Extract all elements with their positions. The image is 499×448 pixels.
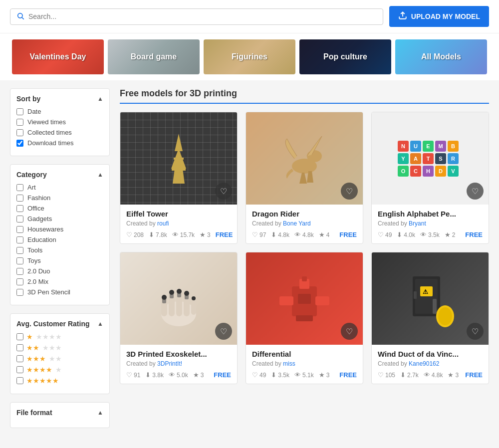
sort-collected[interactable]: Collected times xyxy=(16,129,103,136)
banner-allmodels[interactable]: All Models xyxy=(395,39,487,74)
sort-viewed[interactable]: Viewed times xyxy=(16,118,103,126)
cat-penstencil[interactable]: 3D Pen Stencil xyxy=(16,288,103,296)
hearts-count-windduct: 105 xyxy=(385,372,395,379)
rating-3star-checkbox[interactable] xyxy=(16,355,23,362)
svg-line-1 xyxy=(22,17,24,19)
heart-icon-eiffel: ♡ xyxy=(126,231,132,238)
banner-popculture[interactable]: Pop culture xyxy=(299,39,391,74)
rating-5star-checkbox[interactable] xyxy=(16,377,23,384)
eye-icon-differential: 👁 xyxy=(294,371,301,379)
rating-2star-checkbox[interactable] xyxy=(16,344,23,351)
model-card-windduct[interactable]: ⚠ ♡ Wind Duct of da Vinc... xyxy=(371,252,489,384)
cat-mix-label: 2.0 Mix xyxy=(27,278,48,285)
rating-3star[interactable]: ★★★ ★★ xyxy=(16,355,103,363)
model-info-dragon: Dragon Rider Created by Bone Yard ♡ 97 ⬇… xyxy=(246,205,363,243)
model-card-eiffel[interactable]: ♡ Eiffel Tower Created by roufi ♡ 208 ⬇ xyxy=(120,112,238,244)
sort-viewed-label: Viewed times xyxy=(27,118,66,126)
heart-btn-dragon[interactable]: ♡ xyxy=(341,183,358,200)
rating-1star-filled: ★ xyxy=(26,333,33,341)
rating-1star[interactable]: ★ ★★★★ xyxy=(16,333,103,341)
hearts-stat-differential: ♡ 49 xyxy=(252,371,266,379)
content-title: Free models for 3D printing xyxy=(120,88,489,104)
rating-2star[interactable]: ★★ ★★★ xyxy=(16,344,103,352)
svg-point-0 xyxy=(18,13,22,17)
banner-valentines[interactable]: Valentines Day xyxy=(12,39,104,74)
downloads-count-windduct: 2.7k xyxy=(407,372,419,379)
sort-download-checkbox[interactable] xyxy=(16,140,23,147)
rating-4star-checkbox[interactable] xyxy=(16,366,23,373)
rating-3star-filled: ★★★ xyxy=(26,355,46,363)
star-icon-differential: ★ xyxy=(319,371,325,379)
rating-header[interactable]: Avg. Customer Rating ▲ xyxy=(16,320,103,328)
cat-toys[interactable]: Toys xyxy=(16,257,103,264)
heart-btn-windduct[interactable]: ♡ xyxy=(467,323,484,340)
cat-tools[interactable]: Tools xyxy=(16,246,103,254)
hearts-stat-eiffel: ♡ 208 xyxy=(126,231,144,238)
banner-figurines[interactable]: Figurines xyxy=(204,39,295,74)
cat-toys-checkbox[interactable] xyxy=(16,257,23,264)
rating-3star-empty: ★★ xyxy=(49,355,62,363)
svg-rect-4 xyxy=(174,158,184,160)
cat-duo-checkbox[interactable] xyxy=(16,268,23,275)
upload-button[interactable]: UPLOAD MY MODEL xyxy=(389,6,489,27)
cat-mix-checkbox[interactable] xyxy=(16,278,23,285)
model-card-dragon[interactable]: ♡ Dragon Rider Created by Bone Yard ♡ 97… xyxy=(246,112,363,244)
sort-viewed-checkbox[interactable] xyxy=(16,119,23,126)
cat-housewares[interactable]: Housewares xyxy=(16,225,103,233)
heart-btn-differential[interactable]: ♡ xyxy=(341,323,358,340)
cat-education-checkbox[interactable] xyxy=(16,236,23,243)
banner-boardgame[interactable]: Board game xyxy=(108,39,200,74)
heart-icon-exoskel: ♡ xyxy=(126,371,132,379)
category-chevron: ▲ xyxy=(97,171,103,178)
heart-btn-eiffel[interactable]: ♡ xyxy=(215,183,232,200)
downloads-stat-differential: ⬇ 3.5k xyxy=(271,371,289,379)
model-stats-windduct: ♡ 105 ⬇ 2.7k 👁 4.8k ★ 3 xyxy=(378,371,483,379)
banner-allmodels-label: All Models xyxy=(421,52,461,61)
rating-5star[interactable]: ★★★★★ xyxy=(16,377,103,385)
cat-fashion[interactable]: Fashion xyxy=(16,194,103,202)
cat-education[interactable]: Education xyxy=(16,236,103,243)
cat-housewares-checkbox[interactable] xyxy=(16,226,23,233)
model-creator-differential: Created by miss xyxy=(252,360,357,367)
model-thumb-alphabet: N U E M B Y A T S R O C H xyxy=(372,112,489,205)
rating-section: Avg. Customer Rating ▲ ★ ★★★★ ★★ ★★★ ★★★… xyxy=(10,313,110,394)
cat-duo[interactable]: 2.0 Duo xyxy=(16,267,103,275)
cat-gadgets[interactable]: Gadgets xyxy=(16,215,103,223)
heart-btn-exoskel[interactable]: ♡ xyxy=(215,323,232,340)
model-card-exoskel[interactable]: ♡ 3D Printed Exoskelet... Created by 3DP… xyxy=(120,252,238,384)
svg-point-7 xyxy=(307,150,322,162)
sort-collected-checkbox[interactable] xyxy=(16,129,23,136)
sort-date-checkbox[interactable] xyxy=(16,108,23,115)
sort-download[interactable]: Download times xyxy=(16,139,103,147)
heart-icon-windduct: ♡ xyxy=(378,371,384,379)
rating-1star-checkbox[interactable] xyxy=(16,333,23,340)
rating-4star[interactable]: ★★★★ ★ xyxy=(16,366,103,374)
file-format-header[interactable]: File format ▲ xyxy=(16,409,103,417)
cat-mix[interactable]: 2.0 Mix xyxy=(16,278,103,285)
svg-rect-5 xyxy=(172,169,186,171)
cat-office[interactable]: Office xyxy=(16,205,103,212)
cat-art-checkbox[interactable] xyxy=(16,184,23,191)
cat-fashion-checkbox[interactable] xyxy=(16,195,23,202)
sort-date[interactable]: Date xyxy=(16,108,103,115)
cat-gadgets-checkbox[interactable] xyxy=(16,216,23,223)
sort-by-header[interactable]: Sort by ▲ xyxy=(16,95,103,103)
cat-art[interactable]: Art xyxy=(16,184,103,191)
price-windduct: FREE xyxy=(465,371,483,379)
model-stats-differential: ♡ 49 ⬇ 3.5k 👁 5.1k ★ 3 xyxy=(252,371,357,379)
model-card-alphabet[interactable]: N U E M B Y A T S R O C H xyxy=(371,112,489,244)
model-card-differential[interactable]: ♡ Differential Created by miss ♡ 49 ⬇ xyxy=(246,252,363,384)
cat-penstencil-checkbox[interactable] xyxy=(16,289,23,296)
cat-art-label: Art xyxy=(27,184,36,191)
download-icon-alphabet: ⬇ xyxy=(397,231,402,238)
views-stat-windduct: 👁 4.8k xyxy=(424,371,443,379)
search-input[interactable] xyxy=(28,12,377,20)
model-stats-eiffel: ♡ 208 ⬇ 7.8k 👁 15.7k ★ xyxy=(126,231,231,238)
model-info-exoskel: 3D Printed Exoskelet... Created by 3DPri… xyxy=(120,345,237,384)
heart-btn-alphabet[interactable]: ♡ xyxy=(467,183,484,200)
heart-icon-dragon: ♡ xyxy=(252,231,258,238)
cat-office-checkbox[interactable] xyxy=(16,205,23,212)
category-header[interactable]: Category ▲ xyxy=(16,171,103,179)
star-icon-windduct: ★ xyxy=(448,371,454,379)
cat-tools-checkbox[interactable] xyxy=(16,247,23,254)
